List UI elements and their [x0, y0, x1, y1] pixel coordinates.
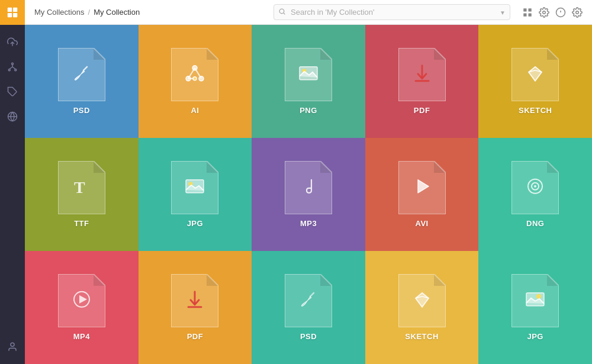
image-sun2-icon [522, 286, 548, 313]
file-label-jpg2: JPG [527, 332, 543, 341]
svg-line-16 [284, 13, 285, 14]
svg-rect-3 [13, 13, 17, 17]
tile-png1[interactable]: PNG [252, 25, 365, 138]
file-label-jpg1: JPG [187, 219, 204, 228]
sidebar-item-tree[interactable] [0, 54, 25, 79]
sidebar-logo[interactable] [0, 0, 25, 25]
svg-marker-82 [207, 274, 218, 286]
svg-marker-71 [547, 161, 559, 173]
file-icon-psd2 [285, 274, 332, 327]
svg-point-25 [576, 11, 579, 14]
grid-view-icon[interactable] [522, 7, 533, 18]
file-label-sketch1: SKETCH [519, 106, 552, 115]
breadcrumb-current: My Collection [94, 8, 140, 17]
search-input[interactable] [274, 4, 510, 20]
svg-point-14 [11, 343, 14, 346]
svg-point-96 [536, 294, 541, 299]
svg-rect-2 [8, 13, 12, 17]
svg-point-6 [8, 69, 10, 71]
file-label-psd1: PSD [73, 106, 90, 115]
image-sun-icon [182, 173, 208, 199]
file-label-mp4: MP4 [73, 332, 90, 341]
tile-jpg2[interactable]: JPG [478, 251, 592, 364]
svg-rect-1 [13, 8, 17, 12]
breadcrumb: My Collections / My Collection [34, 8, 140, 17]
svg-line-9 [9, 67, 12, 69]
search-icon [278, 7, 286, 18]
sidebar-item-upload[interactable] [0, 30, 25, 54]
svg-marker-68 [418, 180, 429, 193]
tile-mp3[interactable]: MP3 [252, 138, 365, 251]
svg-rect-18 [529, 8, 532, 11]
lens-icon [522, 173, 548, 199]
svg-rect-19 [523, 13, 526, 16]
sidebar-nav [0, 25, 25, 334]
svg-marker-59 [207, 161, 218, 173]
svg-line-29 [83, 67, 87, 70]
file-icon-jpg1 [171, 161, 218, 214]
svg-marker-51 [547, 48, 559, 60]
sidebar-item-tag[interactable] [0, 79, 25, 104]
breadcrumb-parent[interactable]: My Collections [34, 8, 85, 17]
svg-marker-79 [79, 295, 87, 304]
svg-line-10 [12, 67, 15, 69]
tile-dng[interactable]: DNG [478, 138, 592, 251]
brush-light-icon [295, 286, 321, 313]
gear-icon[interactable] [572, 7, 583, 18]
file-label-psd2: PSD [300, 332, 317, 341]
tile-sketch2[interactable]: SKETCH [365, 251, 479, 364]
file-icon-jpg2 [511, 274, 559, 327]
info-icon[interactable] [555, 7, 566, 18]
play-circle-icon [69, 286, 95, 313]
main-area: My Collections / My Collection ▼ [25, 0, 592, 364]
file-icon-sketch2 [398, 274, 446, 327]
tile-avi[interactable]: AVI [365, 138, 479, 251]
file-label-pdf1: PDF [414, 106, 430, 115]
svg-marker-28 [94, 48, 105, 60]
header: My Collections / My Collection ▼ [25, 0, 592, 25]
svg-marker-91 [416, 293, 429, 307]
music-icon [295, 173, 321, 199]
tile-psd1[interactable]: PSD [25, 25, 139, 138]
svg-marker-77 [94, 274, 105, 286]
file-icon-pdf2 [171, 274, 218, 327]
svg-marker-94 [547, 274, 559, 286]
header-icons [522, 7, 583, 18]
tile-sketch1[interactable]: SKETCH [478, 25, 592, 138]
search-dropdown-icon[interactable]: ▼ [500, 9, 506, 15]
svg-marker-90 [434, 274, 446, 286]
vector-icon [182, 60, 208, 86]
text-icon: T [69, 173, 95, 199]
tile-pdf2[interactable]: PDF [139, 251, 252, 364]
pdf2-icon [182, 286, 208, 313]
file-icon-dng [511, 161, 559, 214]
svg-point-74 [534, 185, 536, 188]
settings-alt-icon[interactable] [539, 7, 549, 18]
file-icon-psd1 [58, 48, 105, 101]
svg-marker-55 [94, 161, 105, 173]
sidebar-bottom [0, 334, 25, 364]
svg-text:T: T [74, 178, 85, 197]
play-icon [409, 173, 435, 199]
svg-point-21 [543, 11, 546, 14]
svg-marker-86 [320, 274, 332, 286]
svg-rect-0 [8, 8, 12, 12]
svg-point-7 [15, 69, 17, 71]
file-icon-mp3 [285, 161, 332, 214]
pdf-icon [409, 60, 435, 86]
sidebar-item-globe[interactable] [0, 104, 25, 129]
file-label-avi: AVI [415, 219, 428, 228]
tile-jpg1[interactable]: JPG [139, 138, 252, 251]
svg-line-87 [310, 293, 314, 297]
sidebar-item-user[interactable] [0, 334, 25, 359]
tile-ai1[interactable]: AI [139, 25, 252, 138]
tile-ttf[interactable]: T TTF [25, 138, 139, 251]
tile-pdf1[interactable]: PDF [365, 25, 479, 138]
file-icon-ai1 [171, 48, 218, 101]
tile-mp4[interactable]: MP4 [25, 251, 139, 364]
file-label-ttf: TTF [74, 219, 89, 228]
brush-icon [69, 60, 95, 86]
tile-psd2[interactable]: PSD [252, 251, 365, 364]
svg-marker-64 [320, 161, 332, 173]
svg-point-5 [12, 63, 14, 65]
